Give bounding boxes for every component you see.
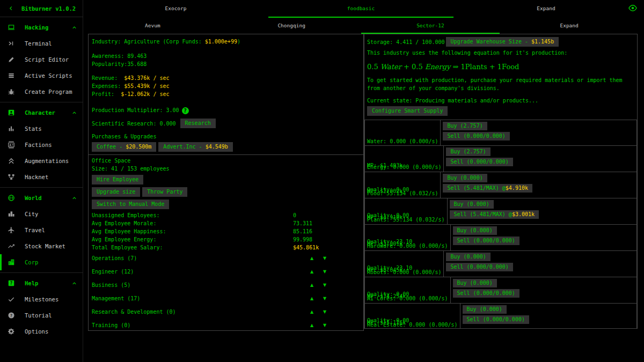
configure-smart-supply-button[interactable]: Configure Smart Supply: [367, 106, 448, 116]
purchases-upgrades-title: Purchases & Upgrades: [92, 132, 360, 141]
increase-arrow-button[interactable]: ▲: [305, 296, 318, 301]
sidebar-section-character[interactable]: Character: [0, 105, 83, 121]
sidebar-section-help[interactable]: Help: [0, 275, 83, 291]
division-overview-section: Industry: Agriculture (Corp Funds: $1.00…: [89, 34, 363, 155]
item-label: Terminal: [25, 40, 52, 47]
sell-material-button[interactable]: Sell (0.000/0.000): [443, 132, 509, 141]
sidebar-item-terminal[interactable]: Terminal: [0, 35, 83, 51]
switch-manual-mode-button[interactable]: Switch to Manual Mode: [92, 200, 169, 209]
buy-material-button[interactable]: Buy (0.000): [450, 200, 494, 209]
sell-material-button[interactable]: Sell (0.000/0.000): [446, 158, 513, 166]
buy-material-button[interactable]: Buy (2.757): [443, 122, 487, 130]
chevron-up-icon[interactable]: [71, 25, 77, 31]
buy-material-button[interactable]: Buy (2.757): [446, 147, 490, 156]
sell-material-button[interactable]: Sell (0.000/0.000): [453, 237, 519, 245]
sell-material-button[interactable]: Sell (0.000/0.000): [463, 315, 529, 324]
sidebar-section-world[interactable]: World: [0, 190, 83, 206]
sidebar-item-stats[interactable]: Stats: [0, 121, 83, 137]
job-row-training: Training (0)▲▼: [92, 319, 360, 331]
eye-icon[interactable]: [628, 3, 638, 13]
decrease-arrow-button[interactable]: ▼: [318, 309, 331, 314]
sidebar-item-travel[interactable]: Travel: [0, 222, 83, 238]
decrease-arrow-button[interactable]: ▼: [318, 256, 331, 261]
sell-material-button[interactable]: Sell (0.000/0.000): [453, 289, 519, 298]
decrease-arrow-button[interactable]: ▼: [318, 296, 331, 301]
buy-material-button[interactable]: Buy (0.000): [463, 305, 507, 314]
buy-material-button[interactable]: Buy (0.000): [446, 253, 490, 261]
sidebar-group-help: Help Milestones Tutorial Options: [0, 273, 83, 342]
sidebar-item-options[interactable]: Options: [0, 323, 83, 339]
hire-employee-button[interactable]: Hire Employee: [92, 175, 143, 184]
tab-expand-division[interactable]: Expand: [453, 0, 639, 18]
sidebar-section-hacking[interactable]: Hacking: [0, 19, 83, 35]
city-tabs: Aevum Chongqing Sector-12 Expand: [83, 18, 639, 34]
sell-material-button[interactable]: Sell (5.481/MAX) @$4.910k: [443, 184, 532, 193]
increase-arrow-button[interactable]: ▲: [305, 256, 318, 261]
advert-price: $4.549b: [206, 144, 228, 150]
scientific-research-row: Scientific Research: 0.000 Research: [92, 119, 360, 128]
materials-list: Water: 0.000 (0.000/s) MP: $1.493k Quali…: [364, 120, 637, 329]
increase-arrow-button[interactable]: ▲: [305, 269, 318, 274]
sidebar-collapse-button[interactable]: [0, 5, 21, 11]
buy-material-button[interactable]: Buy (0.000): [453, 226, 497, 235]
buy-material-button[interactable]: Buy (0.000): [453, 279, 497, 287]
material-info: Robots: 0.000 (0.000/s) MP: $74.254k Qua…: [365, 251, 444, 277]
sidebar-item-script-editor[interactable]: Script Editor: [0, 51, 83, 68]
decrease-arrow-button[interactable]: ▼: [318, 323, 331, 328]
sidebar: Bitburner v1.0.2 Hacking Terminal Script…: [0, 0, 83, 362]
material-quantity-line: Robots: 0.000 (0.000/s): [367, 268, 441, 276]
sidebar-item-factions[interactable]: Factions: [0, 137, 83, 153]
sidebar-item-tutorial[interactable]: Tutorial: [0, 307, 83, 323]
upgrade-size-button[interactable]: Upgrade size: [92, 187, 140, 197]
item-label: Create Program: [25, 88, 72, 95]
help-circle-icon[interactable]: ?: [182, 107, 189, 114]
production-multiplier-line: Production Multiplier: 3.00?: [92, 106, 360, 114]
advert-label: Advert.Inc -: [163, 144, 205, 150]
sell-material-button[interactable]: Sell (5.481/MAX) @$3.001k: [450, 210, 539, 219]
sidebar-item-milestones[interactable]: Milestones: [0, 291, 83, 307]
production-help-text: To get started with production, purchase…: [367, 76, 634, 92]
pencil-icon: [8, 56, 17, 63]
sidebar-item-hacknet[interactable]: Hacknet: [0, 169, 83, 185]
sidebar-item-create-program[interactable]: Create Program: [0, 84, 83, 100]
chevron-up-icon[interactable]: [71, 195, 77, 201]
upgrade-warehouse-button[interactable]: Upgrade Warehouse Size - $1.145b: [446, 37, 559, 47]
chevron-left-icon: [8, 5, 14, 11]
list-icon: [8, 72, 17, 79]
sell-material-button[interactable]: Sell (0.000/0.000): [446, 263, 513, 271]
buy-advert-button[interactable]: Advert.Inc - $4.549b: [158, 142, 232, 152]
throw-party-button[interactable]: Throw Party: [142, 187, 187, 197]
account-box-icon: [8, 109, 17, 116]
tab-sector-12[interactable]: Sector-12: [361, 18, 500, 34]
stat-row: Avg Employee Happiness:85.116: [92, 227, 360, 235]
tab-foodbasic[interactable]: foodbasic: [268, 0, 453, 18]
buy-material-button[interactable]: Buy (0.000): [443, 174, 487, 182]
increase-arrow-button[interactable]: ▲: [305, 323, 318, 328]
sidebar-item-augmentations[interactable]: Augmentations: [0, 153, 83, 169]
tab-expand-city[interactable]: Expand: [500, 18, 639, 34]
increase-arrow-button[interactable]: ▲: [305, 283, 318, 287]
sidebar-group-character: Character Stats Factions Augmentations H…: [0, 102, 83, 188]
purchases-buttons: Coffee - $20.500m Advert.Inc - $4.549b: [92, 142, 360, 152]
material-actions: Buy (0.000) Sell (0.000/0.000): [460, 304, 531, 329]
decrease-arrow-button[interactable]: ▼: [318, 269, 331, 274]
upgrade-warehouse-label: Upgrade Warehouse Size -: [451, 39, 532, 45]
sidebar-item-active-scripts[interactable]: Active Scripts: [0, 68, 83, 84]
sidebar-item-corp[interactable]: Corp: [0, 254, 83, 270]
buy-coffee-button[interactable]: Coffee - $20.500m: [92, 142, 156, 152]
decrease-arrow-button[interactable]: ▼: [318, 283, 331, 287]
increase-arrow-button[interactable]: ▲: [305, 309, 318, 314]
chevron-up-icon[interactable]: [71, 280, 77, 286]
material-info: AI Cores: 0.000 (0.000/s) MP: $15.116k Q…: [365, 277, 451, 303]
stat-row: Avg Employee Morale:73.311: [92, 219, 360, 227]
tab-aevum[interactable]: Aevum: [83, 18, 222, 34]
sidebar-item-city[interactable]: City: [0, 206, 83, 222]
tab-chongqing[interactable]: Chongqing: [222, 18, 361, 34]
chevron-up-icon[interactable]: [71, 110, 77, 116]
sidebar-item-stock-market[interactable]: Stock Market: [0, 238, 83, 254]
research-button[interactable]: Research: [180, 119, 216, 128]
warehouse-header-section: Storage: 4.411 / 100.000 Upgrade Warehou…: [364, 34, 637, 120]
item-label: Stock Market: [25, 243, 65, 249]
stat-row: Total Employee Salary:$45.861k: [92, 243, 360, 252]
tab-exocorp[interactable]: Exocorp: [83, 0, 268, 18]
